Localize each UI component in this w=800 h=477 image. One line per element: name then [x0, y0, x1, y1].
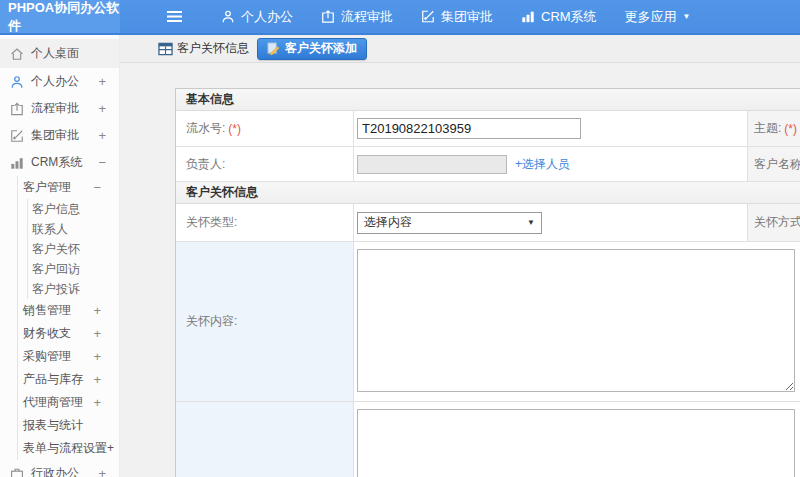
- sidebar-item-label: 客户管理: [23, 179, 71, 196]
- sidebar-item-label: 行政办公: [31, 465, 79, 477]
- sidebar-item-label: 表单与流程设置+: [23, 440, 114, 457]
- sidebar-item-label: 采购管理: [23, 348, 71, 365]
- expand-icon[interactable]: +: [93, 326, 101, 341]
- care-content-label-cell: 关怀内容:: [176, 242, 353, 401]
- extra-textarea[interactable]: [357, 409, 795, 477]
- bar-chart-icon: [10, 156, 24, 170]
- edit-icon: [421, 9, 435, 24]
- nav-label: 个人办公: [241, 8, 293, 26]
- extra-label-cell: [176, 402, 353, 477]
- share-up-icon: [321, 9, 335, 24]
- sidebar-item-reports-statistics[interactable]: 报表与统计: [18, 414, 119, 437]
- tab-label: 客户关怀信息: [177, 40, 249, 57]
- sidebar-item-products-inventory[interactable]: 产品与库存 +: [18, 368, 119, 391]
- sidebar-item-label: 财务收支: [23, 325, 71, 342]
- section-header-care-info: 客户关怀信息: [176, 182, 800, 204]
- care-content-textarea[interactable]: [357, 249, 795, 392]
- sidebar-item-customer-care[interactable]: 客户关怀: [28, 239, 119, 259]
- serial-input[interactable]: [357, 118, 581, 139]
- expand-icon[interactable]: +: [93, 349, 101, 364]
- expand-icon[interactable]: −: [93, 180, 101, 195]
- app-logo: PHPOA协同办公软件: [0, 0, 120, 33]
- sidebar-item-contacts[interactable]: 联系人: [28, 219, 119, 239]
- sidebar-item-form-process-settings[interactable]: 表单与流程设置+: [18, 437, 119, 460]
- sidebar-item-sales-management[interactable]: 销售管理 +: [18, 299, 119, 322]
- serial-label-cell: 流水号: (*): [176, 111, 353, 146]
- care-type-select[interactable]: 选择内容 ▼: [357, 212, 542, 234]
- nav-label: CRM系统: [541, 8, 597, 26]
- share-up-icon: [10, 102, 24, 116]
- sidebar-item-personal-office[interactable]: 个人办公 +: [0, 68, 119, 95]
- tab-strip: 客户关怀信息 客户关怀添加: [120, 35, 800, 63]
- expand-icon[interactable]: +: [93, 372, 101, 387]
- nav-label: 集团审批: [441, 8, 493, 26]
- sidebar: 个人桌面 个人办公 + 流程审批 + 集团审批 + CRM系统 − 客户管理 −: [0, 35, 120, 477]
- nav-personal-office[interactable]: 个人办公: [221, 8, 293, 26]
- expand-icon[interactable]: +: [98, 101, 106, 116]
- person-icon: [10, 75, 24, 89]
- customer-submenu: 客户信息 联系人 客户关怀 客户回访 客户投诉: [27, 199, 119, 299]
- field-label: 负责人:: [186, 156, 225, 173]
- sidebar-item-admin-office[interactable]: 行政办公 +: [0, 460, 119, 477]
- field-label: 关怀类型:: [186, 214, 237, 231]
- sidebar-item-customer-revisit[interactable]: 客户回访: [28, 259, 119, 279]
- owner-row: 负责人: +选择人员 客户名称: (*): [176, 147, 800, 182]
- serial-row: 流水号: (*) 主题: (*): [176, 111, 800, 147]
- crm-submenu: 客户管理 − 客户信息 联系人 客户关怀 客户回访 客户投诉 销售管理 + 财务…: [17, 176, 119, 460]
- expand-icon[interactable]: +: [98, 74, 106, 89]
- care-type-input-cell: 选择内容 ▼: [353, 204, 748, 241]
- sidebar-item-label: 流程审批: [31, 100, 79, 117]
- main-content: 基本信息 流水号: (*) 主题: (*) 负责人: +选择人员: [120, 64, 800, 477]
- sidebar-item-group-approval[interactable]: 集团审批 +: [0, 122, 119, 149]
- care-content-row: 关怀内容:: [176, 242, 800, 402]
- sidebar-item-label: 个人桌面: [31, 45, 79, 62]
- sidebar-item-label: 集团审批: [31, 127, 79, 144]
- bar-chart-icon: [521, 9, 535, 24]
- care-method-label-cell: 关怀方式:: [748, 204, 800, 241]
- tab-customer-care-add[interactable]: 客户关怀添加: [257, 38, 367, 60]
- owner-label-cell: 负责人:: [176, 147, 353, 181]
- tab-label: 客户关怀添加: [285, 40, 357, 57]
- sidebar-item-label: 客户信息: [32, 201, 80, 218]
- tab-customer-care-info[interactable]: 客户关怀信息: [158, 40, 249, 57]
- field-label: 客户名称:: [754, 156, 800, 173]
- expand-icon[interactable]: −: [98, 155, 106, 170]
- home-icon: [10, 47, 24, 61]
- owner-input[interactable]: [357, 155, 507, 174]
- nav-group-approval[interactable]: 集团审批: [421, 8, 493, 26]
- sidebar-item-process-approval[interactable]: 流程审批 +: [0, 95, 119, 122]
- section-header-basic-info: 基本信息: [176, 89, 800, 111]
- sidebar-item-crm-system[interactable]: CRM系统 −: [0, 149, 119, 176]
- select-personnel-link[interactable]: +选择人员: [515, 156, 570, 173]
- person-icon: [221, 9, 235, 24]
- nav-process-approval[interactable]: 流程审批: [321, 8, 393, 26]
- caret-down-icon: ▼: [527, 219, 535, 227]
- expand-icon[interactable]: +: [98, 466, 106, 477]
- sidebar-item-customer-complaint[interactable]: 客户投诉: [28, 279, 119, 299]
- customer-name-label-cell: 客户名称: (*): [748, 147, 800, 181]
- nav-more-apps[interactable]: 更多应用 ▼: [625, 8, 691, 26]
- sidebar-item-finance[interactable]: 财务收支 +: [18, 322, 119, 345]
- expand-icon[interactable]: +: [98, 128, 106, 143]
- nav-label: 流程审批: [341, 8, 393, 26]
- required-mark: (*): [784, 122, 797, 136]
- sidebar-item-agent-management[interactable]: 代理商管理 +: [18, 391, 119, 414]
- select-value: 选择内容: [364, 214, 412, 231]
- subject-label-cell: 主题: (*): [748, 111, 800, 146]
- sidebar-item-label: 报表与统计: [23, 417, 83, 434]
- sidebar-item-customer-info[interactable]: 客户信息: [28, 199, 119, 219]
- table-icon: [158, 42, 173, 56]
- sidebar-item-label: 产品与库存: [23, 371, 83, 388]
- sidebar-item-customer-management[interactable]: 客户管理 −: [18, 176, 119, 199]
- nav-crm-system[interactable]: CRM系统: [521, 8, 597, 26]
- sidebar-item-label: CRM系统: [31, 154, 82, 171]
- sidebar-item-purchasing[interactable]: 采购管理 +: [18, 345, 119, 368]
- extra-content-row: [176, 402, 800, 477]
- top-navbar: PHPOA协同办公软件 个人办公 流程审批 集团审批 CRM系统: [0, 0, 800, 35]
- sidebar-item-personal-desktop[interactable]: 个人桌面: [0, 39, 119, 68]
- expand-icon[interactable]: +: [93, 303, 101, 318]
- hamburger-menu-icon[interactable]: [166, 10, 183, 23]
- expand-icon[interactable]: +: [93, 395, 101, 410]
- briefcase-icon: [10, 467, 24, 477]
- extra-input-cell: [353, 402, 800, 477]
